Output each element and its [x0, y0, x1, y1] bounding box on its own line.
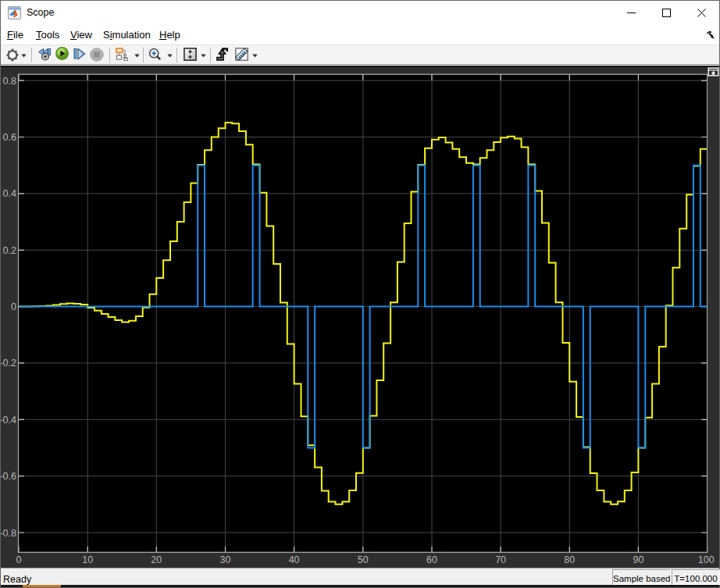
svg-text:0: 0	[16, 554, 22, 565]
svg-text:80: 80	[564, 554, 575, 565]
svg-text:0.2: 0.2	[3, 245, 16, 256]
svg-text:20: 20	[151, 554, 162, 565]
svg-text:0.4: 0.4	[3, 188, 16, 199]
svg-text:70: 70	[495, 554, 506, 565]
svg-text:10: 10	[82, 554, 93, 565]
svg-text:60: 60	[426, 554, 437, 565]
svg-text:-0.6: -0.6	[1, 471, 16, 482]
svg-text:100: 100	[698, 554, 715, 565]
svg-text:0.8: 0.8	[3, 76, 16, 87]
svg-text:40: 40	[289, 554, 300, 565]
svg-text:30: 30	[220, 554, 231, 565]
svg-text:-0.4: -0.4	[1, 415, 16, 426]
svg-text:-0.2: -0.2	[1, 358, 16, 369]
svg-text:50: 50	[358, 554, 369, 565]
svg-text:0.6: 0.6	[3, 132, 16, 143]
svg-text:90: 90	[633, 554, 643, 565]
svg-text:0: 0	[11, 301, 16, 312]
svg-text:-0.8: -0.8	[1, 528, 16, 539]
